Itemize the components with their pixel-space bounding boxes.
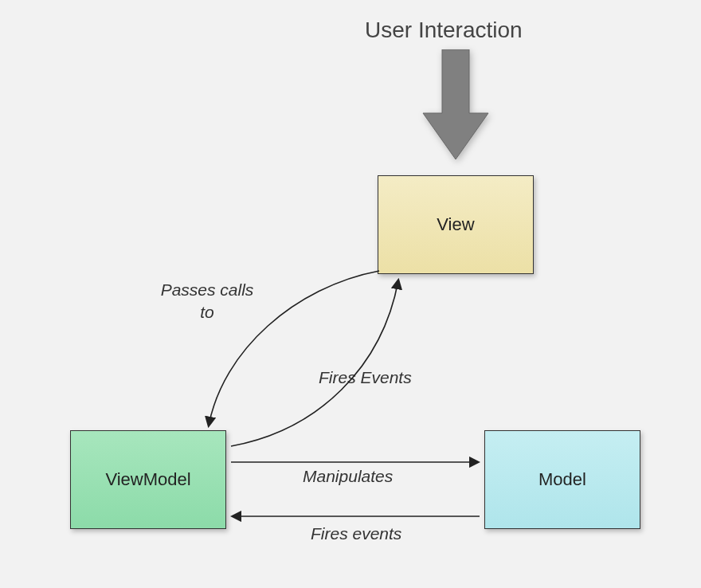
- fires-events-bottom-label: Fires events: [311, 523, 401, 545]
- passes-calls-label: Passes calls to: [151, 279, 263, 324]
- fires-events-top-label: Fires Events: [319, 367, 412, 389]
- view-box: View: [378, 175, 534, 274]
- view-box-label: View: [437, 214, 474, 235]
- diagram-title: User Interaction: [365, 18, 523, 43]
- viewmodel-box: ViewModel: [70, 430, 226, 529]
- viewmodel-box-label: ViewModel: [105, 469, 190, 490]
- user-interaction-arrow-icon: [420, 49, 491, 164]
- model-box-label: Model: [538, 469, 586, 490]
- manipulates-label: Manipulates: [303, 465, 393, 488]
- model-box: Model: [484, 430, 640, 529]
